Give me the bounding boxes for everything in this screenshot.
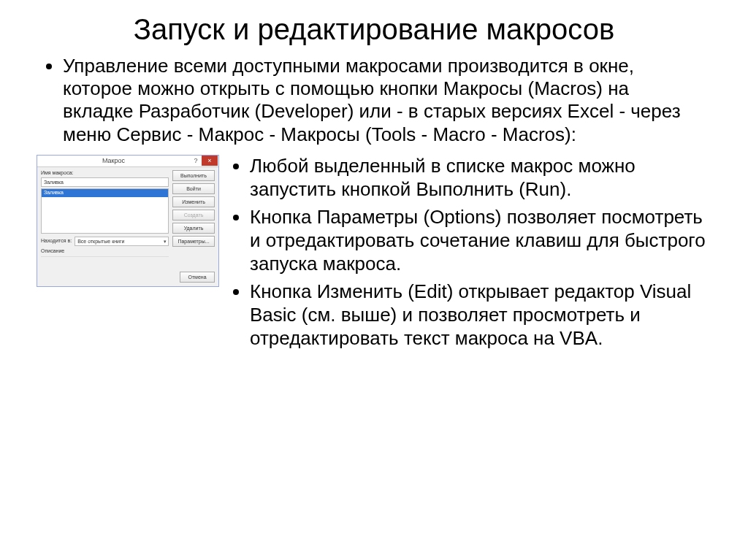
create-button[interactable]: Создать bbox=[172, 210, 215, 220]
dialog-footer: Отмена bbox=[37, 272, 218, 286]
run-button[interactable]: Выполнить bbox=[172, 170, 215, 181]
top-bullet: Управление всеми доступными макросами пр… bbox=[63, 55, 704, 146]
bullet-run: Любой выделенный в списке макрос можно з… bbox=[250, 155, 711, 202]
macro-list[interactable]: Заливка bbox=[41, 188, 169, 234]
help-icon[interactable]: ? bbox=[190, 157, 202, 165]
slide: Запуск и редактирование макросов Управле… bbox=[0, 0, 748, 560]
macro-name-label: Имя макроса: bbox=[41, 170, 169, 176]
macros-in-label: Находится в: bbox=[41, 238, 72, 244]
description-label: Описание bbox=[41, 248, 169, 254]
close-icon[interactable]: × bbox=[202, 156, 218, 166]
bullet-edit: Кнопка Изменить (Edit) открывает редакто… bbox=[250, 280, 711, 350]
top-bullet-list: Управление всеми доступными макросами пр… bbox=[37, 55, 711, 146]
dialog-right: Выполнить Войти Изменить Создать Удалить… bbox=[172, 170, 215, 268]
macro-name-input[interactable]: Заливка bbox=[41, 177, 169, 187]
dialog-titlebar: Макрос ? × bbox=[37, 156, 218, 167]
dialog-title: Макрос bbox=[37, 157, 190, 165]
options-button[interactable]: Параметры... bbox=[172, 236, 215, 247]
dialog-left: Имя макроса: Заливка Заливка Находится в… bbox=[41, 170, 169, 268]
cancel-button[interactable]: Отмена bbox=[180, 272, 215, 283]
dialog-body: Имя макроса: Заливка Заливка Находится в… bbox=[37, 167, 218, 272]
right-bullet-list: Любой выделенный в списке макрос можно з… bbox=[229, 155, 711, 355]
list-item[interactable]: Заливка bbox=[42, 189, 168, 196]
macros-in-select[interactable]: Все открытые книги bbox=[75, 237, 169, 246]
bullet-options: Кнопка Параметры (Options) позволяет пос… bbox=[250, 206, 711, 276]
page-title: Запуск и редактирование макросов bbox=[37, 13, 711, 46]
description-area bbox=[41, 256, 169, 268]
step-in-button[interactable]: Войти bbox=[172, 183, 215, 194]
delete-button[interactable]: Удалить bbox=[172, 223, 215, 234]
edit-button[interactable]: Изменить bbox=[172, 196, 215, 207]
macro-dialog: Макрос ? × Имя макроса: Заливка Заливка … bbox=[37, 155, 219, 287]
content-row: Макрос ? × Имя макроса: Заливка Заливка … bbox=[37, 155, 711, 355]
macros-in-row: Находится в: Все открытые книги bbox=[41, 237, 169, 246]
